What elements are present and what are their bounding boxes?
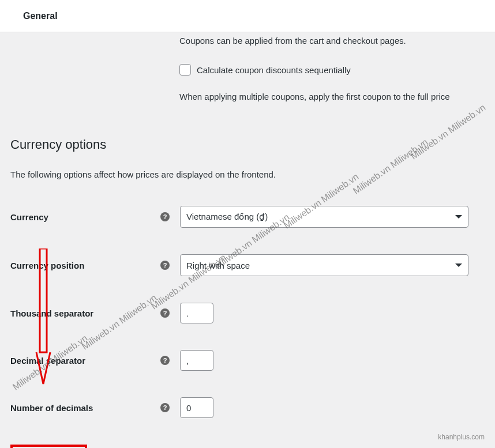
currency-row: Currency ? Vietnamese đồng (₫) xyxy=(10,206,485,228)
thousand-separator-row: Thousand separator ? . xyxy=(10,303,485,323)
decimal-separator-input[interactable]: , xyxy=(180,350,213,371)
help-icon[interactable]: ? xyxy=(160,356,170,365)
num-decimals-value: 0 xyxy=(186,403,191,413)
top-bar: General xyxy=(0,0,495,32)
calc-sequential-help: When applying multiple coupons, apply th… xyxy=(179,92,485,101)
help-icon[interactable]: ? xyxy=(160,403,170,412)
calc-sequential-row: Calculate coupon discounts sequentially xyxy=(179,64,485,76)
chevron-down-icon xyxy=(455,215,462,219)
help-icon[interactable]: ? xyxy=(160,212,170,221)
chevron-down-icon xyxy=(455,263,462,267)
decimal-separator-row: Decimal separator ? , xyxy=(10,350,485,371)
num-decimals-row: Number of decimals ? 0 xyxy=(10,397,485,418)
currency-select[interactable]: Vietnamese đồng (₫) xyxy=(180,206,468,228)
currency-heading: Currency options xyxy=(10,137,485,152)
currency-position-value: Right with space xyxy=(186,261,250,270)
help-icon[interactable]: ? xyxy=(160,308,170,318)
calc-sequential-label: Calculate coupon discounts sequentially xyxy=(197,65,351,75)
calc-sequential-checkbox[interactable] xyxy=(179,64,191,76)
currency-position-select[interactable]: Right with space xyxy=(180,254,468,276)
content-area: Coupons can be applied from the cart and… xyxy=(0,36,495,448)
decimal-separator-value: , xyxy=(186,356,189,366)
thousand-separator-value: . xyxy=(186,308,189,318)
thousand-separator-input[interactable]: . xyxy=(180,303,213,323)
tab-general[interactable]: General xyxy=(23,11,58,21)
currency-position-label: Currency position xyxy=(10,261,160,270)
coupon-desc: Coupons can be applied from the cart and… xyxy=(179,36,485,46)
currency-desc: The following options affect how prices … xyxy=(10,170,485,179)
num-decimals-label: Number of decimals xyxy=(10,403,160,413)
currency-value: Vietnamese đồng (₫) xyxy=(186,212,268,222)
help-icon[interactable]: ? xyxy=(160,261,170,270)
decimal-separator-label: Decimal separator xyxy=(10,356,160,366)
currency-label: Currency xyxy=(10,212,160,222)
thousand-separator-label: Thousand separator xyxy=(10,308,160,318)
save-button-highlight: Save changes xyxy=(10,445,87,448)
footer-credit: khanhplus.com xyxy=(438,433,485,441)
currency-position-row: Currency position ? Right with space xyxy=(10,254,485,276)
num-decimals-input[interactable]: 0 xyxy=(180,397,213,418)
